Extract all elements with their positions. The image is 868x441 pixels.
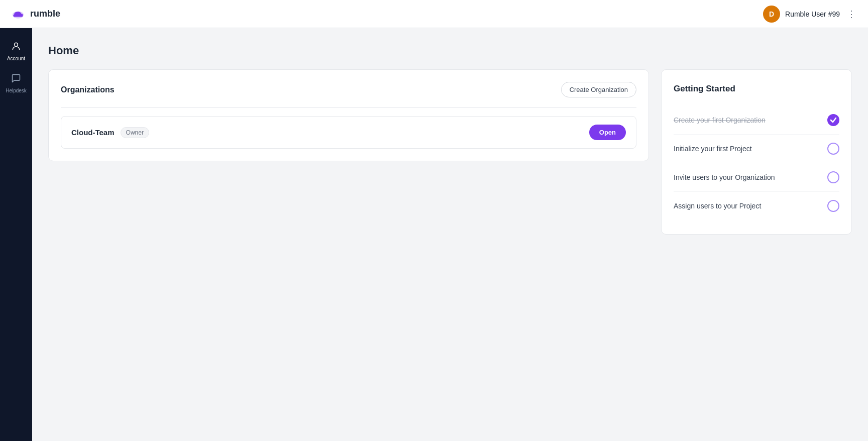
- gs-step-2-label: Initialize your first Project: [674, 145, 752, 153]
- gs-step-1-label: Create your first Organization: [674, 116, 766, 124]
- user-name: Rumble User #99: [785, 10, 840, 18]
- divider: [61, 107, 636, 108]
- gs-step-4: Assign users to your Project: [674, 192, 839, 220]
- gs-step-3: Invite users to your Organization: [674, 163, 839, 192]
- gs-step-3-label: Invite users to your Organization: [674, 173, 775, 181]
- getting-started-panel: Getting Started Create your first Organi…: [661, 69, 852, 235]
- org-role-badge: Owner: [121, 127, 149, 138]
- organizations-header: Organizations Create Organization: [61, 82, 636, 97]
- gs-step-1-check: [827, 114, 839, 126]
- more-options-icon[interactable]: ⋮: [845, 7, 858, 22]
- sidebar-item-helpdesk-label: Helpdesk: [6, 88, 27, 93]
- org-name: Cloud-Team: [71, 128, 115, 137]
- sidebar-item-account[interactable]: Account: [2, 36, 30, 66]
- sidebar-item-account-label: Account: [7, 56, 25, 61]
- svg-point-1: [15, 43, 18, 46]
- helpdesk-icon: [11, 73, 21, 86]
- account-icon: [11, 41, 21, 54]
- sidebar-item-helpdesk[interactable]: Helpdesk: [2, 68, 30, 98]
- checkmark-icon: [830, 117, 837, 124]
- organizations-title: Organizations: [61, 85, 115, 94]
- create-organization-button[interactable]: Create Organization: [561, 82, 636, 97]
- gs-step-4-check: [827, 200, 839, 212]
- topnav: rumble D Rumble User #99 ⋮: [0, 0, 868, 28]
- content-grid: Organizations Create Organization Cloud-…: [48, 69, 852, 235]
- logo: rumble: [10, 6, 60, 22]
- sidebar: Account Helpdesk: [0, 28, 32, 441]
- logo-text: rumble: [30, 9, 60, 19]
- page-title: Home: [48, 44, 852, 57]
- gs-step-4-label: Assign users to your Project: [674, 202, 761, 210]
- org-row-left: Cloud-Team Owner: [71, 127, 149, 138]
- main-content: Home Organizations Create Organization C…: [32, 28, 868, 441]
- topnav-right: D Rumble User #99 ⋮: [763, 6, 858, 23]
- rumble-logo-icon: [10, 6, 26, 22]
- gs-step-2: Initialize your first Project: [674, 135, 839, 163]
- org-row: Cloud-Team Owner Open: [61, 116, 636, 149]
- getting-started-title: Getting Started: [674, 84, 839, 94]
- org-open-button[interactable]: Open: [589, 125, 626, 140]
- main-layout: Account Helpdesk Home Organizations Crea…: [0, 28, 868, 441]
- gs-step-1: Create your first Organization: [674, 106, 839, 135]
- gs-step-3-check: [827, 171, 839, 183]
- gs-step-2-check: [827, 143, 839, 155]
- user-avatar[interactable]: D: [763, 6, 780, 23]
- organizations-panel: Organizations Create Organization Cloud-…: [48, 69, 649, 161]
